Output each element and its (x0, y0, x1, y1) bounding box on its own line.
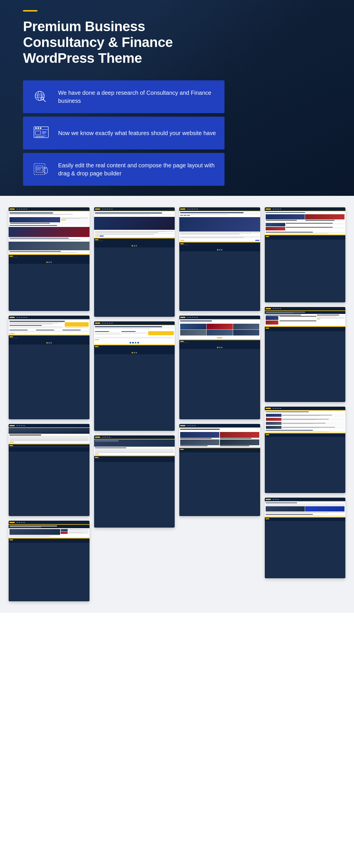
screenshot-col-1 (9, 207, 90, 601)
screenshot-contact-alt (94, 435, 175, 528)
screenshot-sidebar (9, 521, 90, 601)
screenshot-events-grid-3 (179, 424, 260, 516)
feature-text-1: We have done a deep research of Consulta… (58, 89, 217, 105)
drag-drop-icon (31, 159, 51, 179)
svg-point-9 (35, 128, 37, 129)
screenshot-contact (9, 424, 90, 516)
feature-card-2: Now we know exactly what features should… (23, 117, 224, 150)
screenshot-col-4 (265, 207, 346, 601)
screenshot-consulting-contact (265, 498, 346, 578)
screenshot-events-classic (9, 207, 90, 311)
feature-card-3: Easily edit the real content and compose… (23, 153, 224, 186)
screenshot-single-post (94, 207, 175, 317)
screenshot-events-modern (265, 407, 346, 493)
feature-text-3: Easily edit the real content and compose… (58, 161, 217, 177)
screenshot-job-listing (9, 316, 90, 419)
svg-line-5 (43, 99, 45, 102)
hero-title: Premium Business Consultancy & Finance W… (23, 19, 196, 66)
drag-drop-svg (33, 161, 50, 178)
screenshots-grid (9, 207, 345, 601)
hero-section: Premium Business Consultancy & Finance W… (0, 0, 354, 196)
svg-rect-19 (36, 166, 43, 172)
screenshot-consulting-sidebar (265, 307, 346, 402)
globe-search-svg (33, 88, 50, 105)
feature-cards-container: We have done a deep research of Consulta… (23, 80, 224, 186)
hero-accent-line (23, 10, 37, 11)
screenshot-col-3 (179, 207, 260, 601)
screenshots-section (0, 196, 354, 613)
svg-point-10 (38, 128, 39, 129)
screenshot-events-grid-4 (265, 207, 346, 302)
svg-rect-18 (34, 163, 45, 175)
screenshot-col-2 (94, 207, 175, 601)
screenshot-job-detail (94, 321, 175, 431)
hero-content: Premium Business Consultancy & Finance W… (23, 10, 196, 81)
svg-point-11 (40, 128, 41, 129)
screenshot-portfolio (179, 316, 260, 419)
feature-card-1: We have done a deep research of Consulta… (23, 80, 224, 113)
browser-layout-svg (33, 124, 50, 142)
svg-rect-12 (35, 131, 40, 134)
globe-search-icon (31, 87, 51, 107)
browser-layout-icon (31, 123, 51, 143)
screenshot-focus-page (179, 207, 260, 311)
feature-text-2: Now we know exactly what features should… (58, 129, 216, 137)
